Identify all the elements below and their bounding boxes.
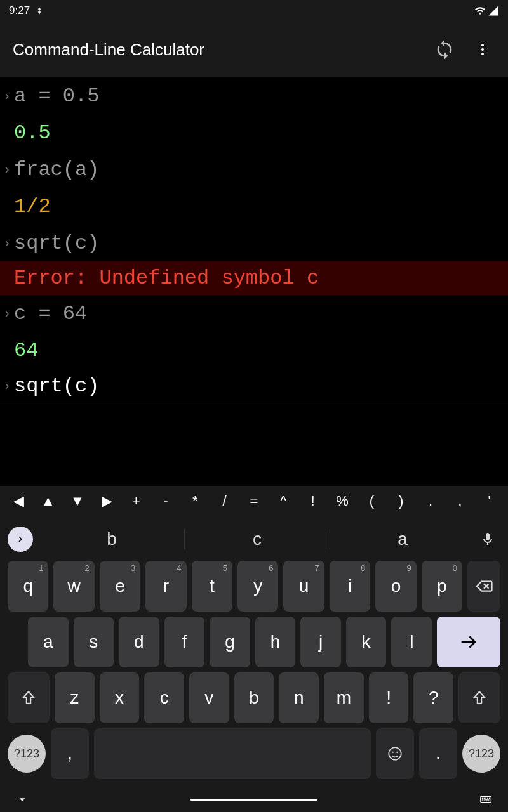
symbol-key[interactable]: - bbox=[152, 488, 180, 514]
period-key[interactable]: . bbox=[419, 728, 457, 779]
shift-key[interactable] bbox=[458, 672, 500, 723]
letter-key[interactable]: s bbox=[74, 617, 114, 667]
error-line: Error: Undefined symbol c bbox=[0, 261, 508, 295]
letter-key[interactable]: n bbox=[279, 672, 319, 723]
input-line: ›sqrt(c) bbox=[0, 225, 508, 261]
more-vert-icon bbox=[475, 42, 490, 57]
backspace-icon bbox=[474, 577, 493, 596]
symbol-key[interactable]: ◀ bbox=[4, 488, 32, 514]
letter-key[interactable]: c bbox=[144, 672, 184, 723]
prompt-marker: › bbox=[0, 89, 14, 103]
letter-key[interactable]: ! bbox=[369, 672, 409, 723]
letter-key[interactable]: e3 bbox=[100, 561, 140, 612]
svg-rect-17 bbox=[485, 799, 489, 800]
letter-key[interactable]: a bbox=[28, 617, 69, 667]
input-line: ›a = 0.5 bbox=[0, 77, 508, 114]
symbol-key[interactable]: ! bbox=[299, 488, 327, 514]
nav-down-icon[interactable] bbox=[15, 792, 29, 806]
letter-key[interactable]: o9 bbox=[375, 561, 416, 612]
symbol-key[interactable]: ^ bbox=[269, 488, 297, 514]
symbol-key[interactable]: , bbox=[446, 488, 474, 514]
symbol-key[interactable]: ▲ bbox=[34, 488, 62, 514]
prompt-marker: › bbox=[0, 162, 14, 177]
symbol-key[interactable]: ( bbox=[358, 488, 385, 514]
letter-key[interactable]: b bbox=[234, 672, 274, 723]
signal-icon bbox=[488, 5, 499, 16]
line-text: c = 64 bbox=[14, 302, 87, 325]
voice-input-button[interactable] bbox=[475, 527, 500, 552]
overflow-menu-button[interactable] bbox=[470, 37, 495, 62]
svg-point-7 bbox=[392, 752, 394, 753]
line-text: sqrt(c) bbox=[14, 374, 99, 398]
letter-key[interactable]: r4 bbox=[145, 561, 186, 612]
letter-key[interactable]: z bbox=[55, 672, 95, 723]
letter-key[interactable]: i8 bbox=[330, 561, 370, 612]
shift-key[interactable] bbox=[8, 672, 50, 723]
letter-key[interactable]: u7 bbox=[283, 561, 324, 612]
symbol-key[interactable]: + bbox=[123, 488, 150, 514]
prompt-marker: › bbox=[0, 379, 14, 393]
suggestion-item[interactable]: c bbox=[185, 529, 330, 549]
keyboard-switch-icon[interactable] bbox=[479, 792, 493, 806]
enter-key[interactable] bbox=[437, 617, 500, 667]
sync-button[interactable] bbox=[432, 37, 457, 62]
emoji-key[interactable] bbox=[376, 728, 414, 779]
letter-key[interactable]: x bbox=[100, 672, 140, 723]
result-line: 0.5 bbox=[0, 114, 508, 151]
mic-icon bbox=[480, 532, 495, 547]
letter-key[interactable]: k bbox=[346, 617, 387, 667]
letter-key[interactable]: f bbox=[164, 617, 205, 667]
suggestion-item[interactable]: a bbox=[330, 529, 475, 549]
letter-key[interactable]: p0 bbox=[422, 561, 462, 612]
svg-point-12 bbox=[485, 797, 486, 798]
symbol-key[interactable]: % bbox=[328, 488, 356, 514]
letter-key[interactable]: v bbox=[189, 672, 229, 723]
symbol-key[interactable]: . bbox=[417, 488, 444, 514]
symbol-key[interactable]: / bbox=[211, 488, 239, 514]
letter-key[interactable]: w2 bbox=[53, 561, 94, 612]
line-text: frac(a) bbox=[14, 158, 99, 181]
line-text: 64 bbox=[14, 339, 38, 362]
home-indicator[interactable] bbox=[190, 799, 318, 801]
symbol-key[interactable]: = bbox=[240, 488, 268, 514]
svg-point-2 bbox=[481, 53, 484, 55]
mode-switch-key-right[interactable]: ?123 bbox=[462, 735, 500, 773]
line-text: 1/2 bbox=[14, 195, 51, 218]
symbol-key[interactable]: ▼ bbox=[64, 488, 91, 514]
spacebar-key[interactable] bbox=[94, 728, 371, 779]
letter-key[interactable]: j bbox=[300, 617, 341, 667]
line-text: sqrt(c) bbox=[14, 232, 99, 255]
sync-icon bbox=[434, 39, 455, 60]
letter-key[interactable]: ? bbox=[413, 672, 453, 723]
input-line: ›frac(a) bbox=[0, 151, 508, 188]
svg-point-11 bbox=[484, 797, 485, 798]
letter-key[interactable]: m bbox=[324, 672, 364, 723]
letter-key[interactable]: d bbox=[119, 617, 159, 667]
svg-point-6 bbox=[389, 747, 401, 760]
letter-key[interactable]: g bbox=[210, 617, 250, 667]
svg-point-0 bbox=[481, 44, 484, 46]
svg-point-15 bbox=[482, 799, 483, 800]
symbol-key[interactable]: ▶ bbox=[93, 488, 121, 514]
shift-icon bbox=[20, 690, 37, 706]
backspace-key[interactable] bbox=[467, 561, 500, 612]
symbol-key[interactable]: * bbox=[181, 488, 209, 514]
letter-key[interactable]: h bbox=[255, 617, 296, 667]
symbol-key[interactable]: ) bbox=[387, 488, 415, 514]
letter-key[interactable]: t5 bbox=[192, 561, 232, 612]
symbol-key[interactable]: ' bbox=[476, 488, 504, 514]
terminal-output[interactable]: ›a = 0.50.5›frac(a)1/2›sqrt(c)Error: Und… bbox=[0, 77, 508, 486]
expand-suggestion-button[interactable] bbox=[8, 527, 33, 552]
current-line[interactable]: ›sqrt(c) bbox=[0, 369, 508, 405]
shift-icon bbox=[471, 690, 488, 706]
suggestion-item[interactable]: b bbox=[39, 529, 185, 549]
status-bar: 9:27 bbox=[0, 0, 508, 22]
letter-key[interactable]: l bbox=[391, 617, 432, 667]
symbol-toolbar: ◀▲▼▶+-*/=^!%().,' bbox=[0, 486, 508, 516]
arrow-right-icon bbox=[458, 631, 479, 653]
svg-point-13 bbox=[487, 797, 488, 798]
mode-switch-key-left[interactable]: ?123 bbox=[8, 735, 46, 773]
letter-key[interactable]: q1 bbox=[8, 561, 48, 612]
letter-key[interactable]: y6 bbox=[237, 561, 278, 612]
comma-key[interactable]: , bbox=[51, 728, 89, 779]
